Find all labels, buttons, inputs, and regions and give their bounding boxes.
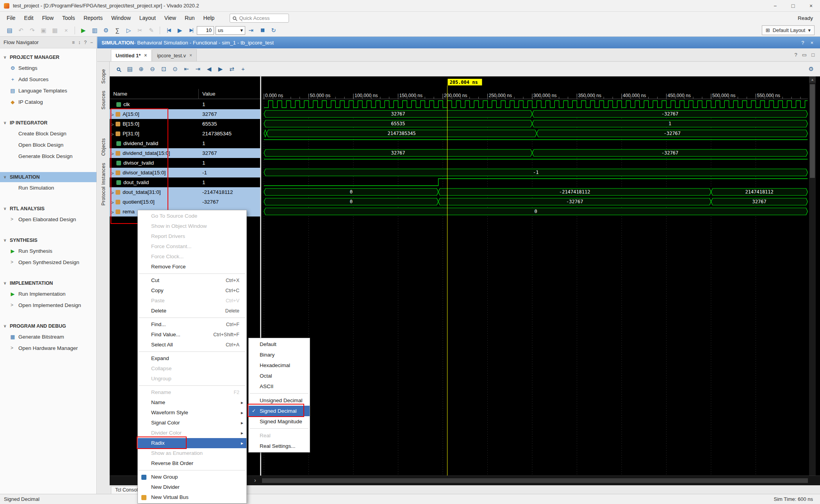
tab-scope[interactable]: Scope xyxy=(101,69,106,83)
play-outline-icon[interactable]: ▷ xyxy=(124,25,134,35)
menu-waveform-style[interactable]: Waveform Style xyxy=(138,408,246,418)
signal-row-p[interactable]: P[31:0] xyxy=(110,129,199,138)
quick-access-search[interactable]: Quick Access xyxy=(230,14,289,23)
sim-pause-icon[interactable]: ▮▮ xyxy=(257,25,267,35)
menu-name[interactable]: Name xyxy=(138,398,246,408)
sim-run-for-icon[interactable]: ▶| xyxy=(186,25,196,35)
minimize-button[interactable]: − xyxy=(766,0,784,12)
menu-file[interactable]: File xyxy=(2,13,20,23)
menu-help[interactable]: Help xyxy=(199,13,219,23)
resize-icon[interactable]: ↕ xyxy=(78,40,80,45)
signal-row-a[interactable]: A[15:0] xyxy=(110,109,199,119)
tab-objects[interactable]: Objects xyxy=(101,138,106,156)
signal-value[interactable]: -1 xyxy=(199,168,260,177)
section-implementation[interactable]: IMPLEMENTATION xyxy=(0,278,96,288)
signal-value[interactable]: 32767 xyxy=(199,109,260,119)
name-column-header[interactable]: Name xyxy=(110,89,199,99)
radix-signed-magnitude[interactable]: Signed Magnitude xyxy=(249,416,310,427)
signal-value[interactable]: -2147418112 xyxy=(199,187,260,197)
swap-cursors-icon[interactable]: ⇄ xyxy=(226,64,237,74)
vertical-scrollbar[interactable]: ▲ xyxy=(809,76,816,476)
scroll-up-icon[interactable]: ▲ xyxy=(809,76,816,83)
tab-close-icon[interactable]: × xyxy=(144,50,147,62)
menu-reports[interactable]: Reports xyxy=(79,13,107,23)
sidebar-item-open-implemented-design[interactable]: Open Implemented Design xyxy=(0,300,96,311)
expand-arrow-icon[interactable] xyxy=(110,111,115,118)
menu-remove-force[interactable]: Remove Force xyxy=(138,262,246,272)
menu-layout[interactable]: Layout xyxy=(135,13,160,23)
menu-new-virtual-bus[interactable]: New Virtual Bus xyxy=(138,492,246,502)
tab-protocol-instances[interactable]: Protocol Instances xyxy=(101,163,106,206)
radix-hexadecimal[interactable]: Hexadecimal xyxy=(249,360,310,371)
menu-reverse-bit-order[interactable]: Reverse Bit Order xyxy=(138,458,246,469)
signal-row-dout-tdata[interactable]: dout_tdata[31:0] xyxy=(110,187,199,197)
delete-icon[interactable]: × xyxy=(61,25,71,35)
signal-row-b[interactable]: B[15:0] xyxy=(110,119,199,129)
open-hw-target-icon[interactable]: ▥ xyxy=(90,25,100,35)
save-waveform-icon[interactable]: ▤ xyxy=(125,64,135,74)
help-icon[interactable]: ? xyxy=(84,40,87,45)
sidebar-item-add-sources[interactable]: +Add Sources xyxy=(0,74,96,85)
sim-time-input[interactable] xyxy=(197,26,214,35)
find-icon[interactable] xyxy=(113,64,124,74)
signal-row-divisor-tvalid[interactable]: divisor_tvalid xyxy=(110,158,199,168)
signal-row-dout-tvalid[interactable]: dout_tvalid xyxy=(110,177,199,187)
menu-edit[interactable]: Edit xyxy=(20,13,38,23)
sidebar-item-open-synthesized-design[interactable]: Open Synthesized Design xyxy=(0,257,96,268)
edit-icon[interactable]: ✎ xyxy=(146,25,156,35)
menu-copy[interactable]: CopyCtrl+C xyxy=(138,286,246,296)
zoom-in-icon[interactable]: ⊕ xyxy=(136,64,146,74)
sidebar-item-settings[interactable]: ⚙Settings xyxy=(0,62,96,74)
tab-close-icon[interactable]: × xyxy=(189,50,192,62)
expand-arrow-icon[interactable] xyxy=(110,208,115,215)
signal-value[interactable]: 1 xyxy=(199,158,260,168)
sidebar-item-run-synthesis[interactable]: ▶Run Synthesis xyxy=(0,245,96,257)
sidebar-item-open-hardware-manager[interactable]: Open Hardware Manager xyxy=(0,343,96,354)
radix-default[interactable]: Default xyxy=(249,339,310,350)
sidebar-item-create-block-design[interactable]: Create Block Design xyxy=(0,128,96,139)
run-icon[interactable]: ▶ xyxy=(78,25,88,35)
layout-select[interactable]: ⊞ Default Layout ▾ xyxy=(762,25,815,35)
close-button[interactable]: × xyxy=(802,0,820,12)
sidebar-item-ip-catalog[interactable]: ◆IP Catalog xyxy=(0,96,96,108)
signal-value[interactable]: 1 xyxy=(199,177,260,187)
signal-value[interactable]: 1 xyxy=(199,138,260,148)
section-project-manager[interactable]: PROJECT MANAGER xyxy=(0,52,96,62)
tab-sources[interactable]: Sources xyxy=(101,91,106,110)
splitter-right-icon[interactable]: › xyxy=(254,477,256,483)
signal-value[interactable]: 2147385345 xyxy=(199,129,260,138)
sim-relaunch-icon[interactable]: ↻ xyxy=(269,25,278,35)
time-unit-select[interactable]: us ▾ xyxy=(216,26,245,35)
signal-row-divisor-tdata[interactable]: divisor_tdata[15:0] xyxy=(110,168,199,177)
menu-find-value[interactable]: Find Value...Ctrl+Shift+F xyxy=(138,330,246,340)
menu-window[interactable]: Window xyxy=(107,13,135,23)
collapse-icon[interactable]: − xyxy=(90,40,93,45)
sidebar-item-generate-bitstream[interactable]: ▦Generate Bitstream xyxy=(0,331,96,343)
radix-octal[interactable]: Octal xyxy=(249,371,310,381)
expand-arrow-icon[interactable] xyxy=(110,199,115,206)
previous-transition-icon[interactable]: ◀ xyxy=(204,64,214,74)
open-icon[interactable]: ▤ xyxy=(5,25,14,35)
sim-run-all-icon[interactable]: ▶ xyxy=(175,25,185,35)
menu-tools[interactable]: Tools xyxy=(58,13,79,23)
menu-expand[interactable]: Expand xyxy=(138,353,246,364)
scrollbar-thumb[interactable] xyxy=(262,478,808,483)
signal-value[interactable]: 32767 xyxy=(199,148,260,158)
menu-view[interactable]: View xyxy=(160,13,180,23)
sidebar-item-open-elaborated-design[interactable]: Open Elaborated Design xyxy=(0,214,96,225)
redo-icon[interactable]: ↷ xyxy=(27,25,37,35)
menu-radix[interactable]: Radix xyxy=(138,438,246,448)
scrollbar-thumb[interactable] xyxy=(810,84,815,178)
radix-ascii[interactable]: ASCII xyxy=(249,381,310,392)
panel-maximize-icon[interactable]: □ xyxy=(811,52,815,58)
section-ip-integrator[interactable]: IP INTEGRATOR xyxy=(0,118,96,128)
next-transition-icon[interactable]: ▶ xyxy=(215,64,226,74)
menu-signal-color[interactable]: Signal Color xyxy=(138,418,246,428)
signal-value[interactable]: 1 xyxy=(199,99,260,109)
signal-row-clk[interactable]: clk xyxy=(110,99,199,109)
signal-row-quotient[interactable]: quotient[15:0] xyxy=(110,197,199,207)
signal-row-dividend-tdata[interactable]: dividend_tdata[15:0] xyxy=(110,148,199,158)
sim-restart-icon[interactable]: |◀ xyxy=(164,25,173,35)
section-rtl-analysis[interactable]: RTL ANALYSIS xyxy=(0,204,96,214)
value-column-header[interactable]: Value xyxy=(199,89,260,99)
